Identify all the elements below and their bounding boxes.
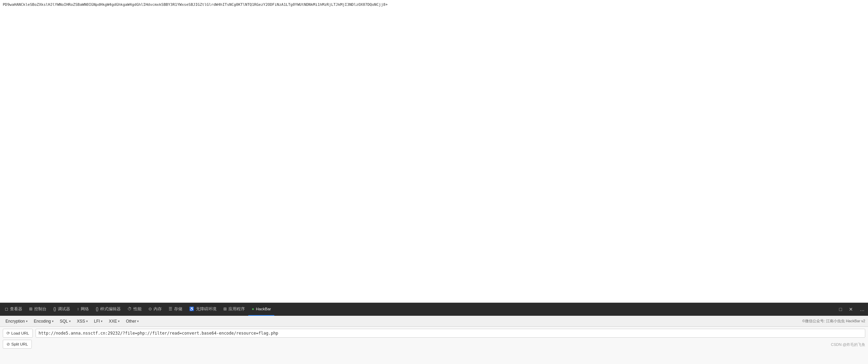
dock-button[interactable]: □ — [837, 305, 844, 313]
hackbar-icon: ● — [252, 307, 254, 311]
tab-hackbar[interactable]: ● HackBar — [248, 303, 274, 316]
load-icon: ⟳ — [6, 331, 10, 336]
tab-storage[interactable]: ☰ 存储 — [165, 303, 186, 316]
hackbar-content: ⟳ Load URL ⊘ Split URL CSDN @炸毛的飞鱼 — [0, 327, 868, 364]
memory-icon: ⊙ — [148, 307, 152, 311]
tab-inspector[interactable]: ◻ 查看器 — [1, 303, 26, 316]
url-row: ⟳ Load URL — [3, 329, 865, 338]
close-devtools-button[interactable]: ✕ — [847, 305, 855, 313]
browser-content: PD9waHANCkleSBoZXkslHJlYWNoIHRoZSBaWN0IG… — [0, 0, 868, 302]
lfi-menu-button[interactable]: LFI ▾ — [91, 317, 105, 325]
other-menu-button[interactable]: Other ▾ — [123, 317, 142, 325]
tab-memory[interactable]: ⊙ 内存 — [145, 303, 165, 316]
more-options-button[interactable]: … — [858, 305, 867, 313]
tab-application[interactable]: ⊞ 应用程序 — [220, 303, 248, 316]
xxe-menu-button[interactable]: XXE ▾ — [106, 317, 122, 325]
tab-console[interactable]: ⊞ 控制台 — [26, 303, 50, 316]
tab-network[interactable]: ↕ 网络 — [74, 303, 92, 316]
tab-performance[interactable]: ⏱ 性能 — [124, 303, 145, 316]
split-icon: ⊘ — [6, 342, 10, 347]
devtools-tab-right: □ ✕ … — [837, 305, 867, 313]
style-editor-icon: {} — [96, 307, 98, 311]
sql-chevron-icon: ▾ — [69, 320, 71, 323]
split-url-row: ⊘ Split URL CSDN @炸毛的飞鱼 — [3, 340, 865, 349]
encryption-chevron-icon: ▾ — [26, 320, 28, 323]
xxe-chevron-icon: ▾ — [118, 320, 120, 323]
performance-icon: ⏱ — [128, 307, 132, 311]
hackbar-credit: ©微信公众号: 江南小虫虫 HackBar v2 — [802, 318, 865, 324]
sql-menu-button[interactable]: SQL ▾ — [57, 317, 74, 325]
encoding-menu-button[interactable]: Encoding ▾ — [31, 317, 56, 325]
csdn-credit: CSDN @炸毛的飞鱼 — [831, 341, 865, 347]
hackbar-toolbar: Encryption ▾ Encoding ▾ SQL ▾ XSS ▾ LFI … — [0, 316, 868, 327]
other-chevron-icon: ▾ — [137, 320, 139, 323]
network-icon: ↕ — [77, 307, 79, 311]
inspector-icon: ◻ — [5, 307, 8, 311]
split-url-button[interactable]: ⊘ Split URL — [3, 340, 32, 349]
tab-style-editor[interactable]: {} 样式编辑器 — [92, 303, 124, 316]
tab-debugger[interactable]: {} 调试器 — [50, 303, 74, 316]
accessibility-icon: ♿ — [189, 307, 194, 311]
storage-icon: ☰ — [169, 307, 172, 311]
devtools-panel: ◻ 查看器 ⊞ 控制台 {} 调试器 ↕ 网络 {} 样式编辑器 ⏱ 性能 — [0, 302, 868, 364]
debugger-icon: {} — [53, 307, 56, 311]
xss-chevron-icon: ▾ — [86, 320, 88, 323]
encoding-chevron-icon: ▾ — [52, 320, 54, 323]
tab-accessibility[interactable]: ♿ 无障碍环境 — [186, 303, 220, 316]
url-input[interactable] — [36, 329, 865, 338]
xss-menu-button[interactable]: XSS ▾ — [74, 317, 91, 325]
application-icon: ⊞ — [223, 307, 227, 311]
base64-output: PD9waHANCkleSBoZXkslHJlYWNoIHRoZSBaWN0IG… — [0, 0, 868, 9]
console-icon: ⊞ — [29, 307, 32, 311]
devtools-tabbar: ◻ 查看器 ⊞ 控制台 {} 调试器 ↕ 网络 {} 样式编辑器 ⏱ 性能 — [0, 303, 868, 316]
load-url-button[interactable]: ⟳ Load URL — [3, 329, 33, 338]
encryption-menu-button[interactable]: Encryption ▾ — [3, 317, 30, 325]
lfi-chevron-icon: ▾ — [101, 320, 103, 323]
